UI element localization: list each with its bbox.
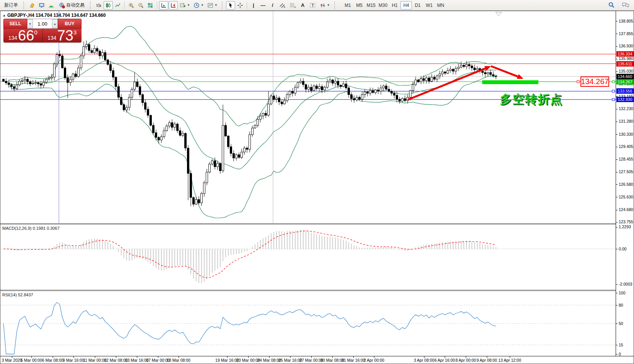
bar-chart-button[interactable]: [94, 1, 103, 10]
bollinger-lower: [9, 76, 496, 218]
zoom-in-button[interactable]: [127, 1, 136, 10]
time-label: 9 Apr 08:00: [476, 358, 497, 362]
equidistant-channel-button[interactable]: E: [278, 1, 288, 10]
timeframe-button-W1[interactable]: W1: [423, 1, 435, 10]
cursor-button[interactable]: [226, 1, 235, 10]
time-label: 13 Apr 12:00: [498, 358, 521, 362]
timeframe-button-M30[interactable]: M30: [377, 1, 389, 10]
timeframe-button-M5[interactable]: M5: [354, 1, 365, 10]
sell-price-display[interactable]: 134660: [3, 29, 42, 42]
one-click-trading-panel: SELL ▾ ▴ BUY 134660 134733: [3, 19, 81, 42]
scale-tick: [616, 34, 618, 34]
trend-arrow: [408, 68, 485, 100]
trend-arrow: [491, 66, 518, 76]
time-label: 18 Mar 08:00: [167, 358, 190, 362]
time-label: 2 Apr 00:00: [364, 358, 384, 362]
scale-tick: [616, 147, 618, 147]
candlestick-chart-button[interactable]: [104, 1, 113, 10]
line-chart-button[interactable]: [113, 1, 122, 10]
volume-increase-button[interactable]: ▴: [52, 19, 58, 28]
time-label: 3 Mar 2020: [2, 358, 22, 362]
price-tag-box[interactable]: 134.267: [580, 76, 609, 87]
svg-text:E: E: [284, 6, 285, 8]
auto-scroll-button[interactable]: [159, 1, 168, 10]
crosshair-icon: [237, 2, 243, 8]
symbol-ohlc-text: GBPJPY-,H4 134.704 134.704 134.647 134.6…: [7, 13, 106, 18]
rsi-label: RSI(14) 52.8437: [2, 292, 33, 297]
chart-shift-button[interactable]: [169, 1, 178, 10]
channel-icon: E: [279, 2, 286, 8]
monitor-icon: [39, 2, 45, 8]
text-label-button[interactable]: T: [308, 1, 318, 10]
svg-text:F: F: [294, 6, 296, 8]
chart-window: ▲ GBPJPY-,H4 134.704 134.704 134.647 134…: [0, 11, 634, 364]
timeframe-button-M15[interactable]: M15: [365, 1, 377, 10]
new-chart-button[interactable]: ▼: [178, 1, 192, 10]
rsi-pane[interactable]: [0, 291, 616, 356]
scale-tick: [616, 345, 618, 345]
template-icon: [207, 2, 213, 8]
crosshair-button[interactable]: [236, 1, 245, 10]
macd-scale-label: 1.2293: [619, 224, 631, 229]
vertical-line-button[interactable]: |: [249, 1, 258, 10]
zoom-out-button[interactable]: [136, 1, 145, 10]
timeframe-group: M1M5M15M30H1H4D1W1MN: [342, 1, 447, 10]
time-label: 13 Mar 16:00: [125, 358, 149, 362]
volume-decrease-button[interactable]: ▾: [27, 19, 33, 28]
macd-pane[interactable]: [0, 224, 616, 290]
time-label: 11 Mar 00:00: [83, 358, 106, 362]
scale-tick: [616, 227, 618, 227]
price-line-label: 134.660: [616, 74, 634, 79]
market-watch-button[interactable]: [37, 1, 46, 10]
candlestick-icon: [105, 2, 111, 8]
time-label: 27 Mar 00:00: [299, 358, 323, 362]
chevron-down-icon: ▼: [327, 3, 330, 7]
anchor-handle: [612, 90, 614, 92]
scale-tick: [616, 305, 618, 306]
signals-button[interactable]: [47, 1, 56, 10]
price-scale-label: 135.980: [619, 56, 633, 61]
scale-tick: [616, 354, 618, 354]
anchor-handle: [577, 81, 579, 83]
macd-signal-line: [3, 231, 496, 278]
time-label: 12 Mar 08:00: [104, 358, 128, 362]
price-line-label: 134.267: [616, 79, 634, 84]
rsi-line: [3, 302, 496, 354]
autotrading-button[interactable]: 自动交易: [56, 1, 87, 10]
chart-shift-icon: [170, 2, 176, 8]
scale-tick: [616, 323, 618, 324]
timeframe-button-H1[interactable]: H1: [389, 1, 400, 10]
search-button[interactable]: [606, 1, 616, 9]
scale-tick: [616, 222, 618, 223]
caret-down-icon: ▾: [29, 22, 31, 26]
timeframe-button-D1[interactable]: D1: [412, 1, 423, 10]
text-button[interactable]: A: [298, 1, 307, 10]
time-label: 23 Mar 00:00: [236, 358, 260, 362]
toolbar-grip: [222, 2, 224, 9]
toolbar-separator: [157, 2, 157, 9]
time-axis[interactable]: 3 Mar 20205 Mar 00:006 Mar 08:009 Mar 16…: [0, 356, 634, 364]
timeframe-button-MN[interactable]: MN: [435, 1, 446, 10]
metaeditor-button[interactable]: [28, 1, 37, 10]
scale-tick: [616, 109, 618, 109]
arrows-button[interactable]: ▼: [318, 1, 332, 10]
collapse-triangle-icon[interactable]: ▲: [3, 14, 6, 17]
main-chart-pane[interactable]: [0, 11, 616, 223]
periods-button[interactable]: ▼: [192, 1, 205, 10]
pivot-annotation[interactable]: 多空转折点: [500, 91, 563, 107]
chat-button[interactable]: [620, 1, 631, 9]
fibonacci-button[interactable]: F: [288, 1, 298, 10]
timeframe-button-M1[interactable]: M1: [342, 1, 354, 10]
trendline-button[interactable]: /: [268, 1, 277, 10]
tile-windows-button[interactable]: [146, 1, 155, 10]
vertical-line-icon: |: [253, 2, 254, 8]
price-scale[interactable]: 138.805137.855136.930135.980135.030134.1…: [616, 11, 634, 356]
scale-tick: [616, 59, 618, 59]
templates-button[interactable]: ▼: [206, 1, 219, 10]
timeframe-button-H4[interactable]: H4: [400, 1, 412, 10]
buy-price-display[interactable]: 134733: [42, 29, 82, 42]
new-order-button[interactable]: 新订单: [2, 1, 21, 10]
chevron-down-icon: ▼: [201, 3, 204, 7]
volume-input[interactable]: [33, 19, 52, 28]
horizontal-line-button[interactable]: —: [258, 1, 268, 10]
